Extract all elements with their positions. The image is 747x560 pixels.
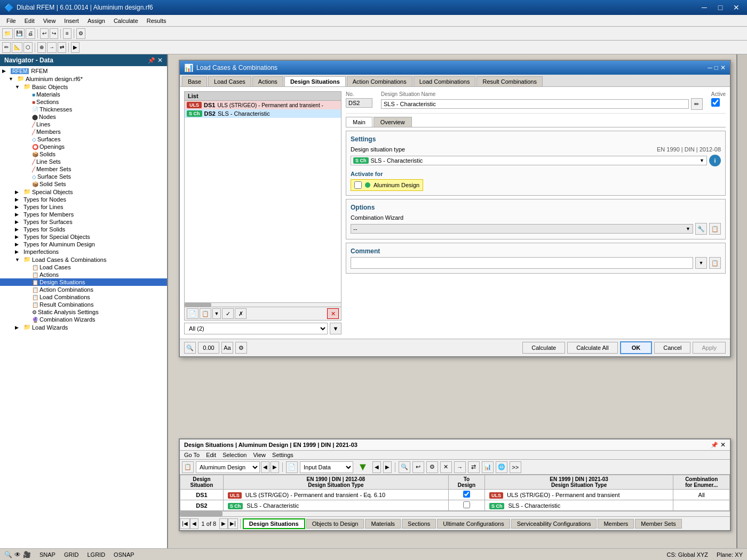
design-dropdown[interactable]: Aluminum Design [196,461,260,473]
menu-selection[interactable]: Selection [222,452,247,458]
nav-thicknesses[interactable]: 📄 Thicknesses [0,106,167,113]
nav-surface-sets[interactable]: ◇ Surface Sets [0,173,167,180]
nav-first[interactable]: |◀ [180,518,190,529]
nav-result-combinations[interactable]: 📋 Result Combinations [0,301,167,308]
data-next[interactable]: ▶ [383,461,392,473]
view-btn9[interactable]: >> [510,461,521,473]
tab-actions[interactable]: Actions [252,76,283,86]
toolbar-btn-2[interactable]: 💾 [14,28,25,39]
toolbar-t2-6[interactable]: ⇄ [58,42,66,53]
tab-members[interactable]: Members [598,519,634,529]
td-ds2-check[interactable] [448,500,484,511]
calculate-btn[interactable]: Calculate [522,342,565,354]
list-add-btn[interactable]: 📄 [187,308,198,319]
nav-nodes[interactable]: ⬤ Nodes [0,113,167,121]
nav-types-special[interactable]: ▶ Types for Special Objects [0,233,167,241]
dialog-minimize[interactable]: ─ [708,64,712,71]
toolbar-t2-1[interactable]: ✏ [2,42,11,53]
activate-checkbox-1[interactable] [354,181,362,189]
input-data-icon[interactable]: 📄 [286,461,298,473]
view-btn6[interactable]: ⇄ [468,461,480,473]
bottom-panel-close[interactable]: ✕ [720,441,726,449]
name-edit-btn[interactable]: ✏ [691,98,703,110]
menu-insert[interactable]: Insert [60,17,83,25]
view-btn2[interactable]: ↩ [412,461,424,473]
nav-pin[interactable]: 📌 [148,57,155,64]
nav-load-combinations[interactable]: 📋 Load Combinations [0,293,167,301]
tab-action-combinations[interactable]: Action Combinations [347,76,412,86]
toolbar-t2-7[interactable]: ▶ [71,42,80,53]
dialog-close[interactable]: ✕ [720,64,726,71]
nav-load-cases[interactable]: 📋 Load Cases [0,263,167,271]
number-btn[interactable]: 0.00 [198,342,219,354]
status-icon2[interactable]: 👁 [14,551,21,558]
menu-results[interactable]: Results [142,17,171,25]
list-row-ds1[interactable]: ULS DS1 ULS (STR/GEO) - Permanent and tr… [185,101,341,109]
type-dropdown[interactable]: S Ch SLS - Characteristic ▼ [351,156,707,165]
bottom-panel-pin[interactable]: 📌 [711,441,718,449]
nav-types-solids[interactable]: ▶ Types for Solids [0,226,167,233]
nav-design-situations[interactable]: 📋 Design Situations [0,278,167,286]
calculate-all-btn[interactable]: Calculate All [567,342,618,354]
view-btn5[interactable]: → [454,461,466,473]
nav-load-wizards[interactable]: ▶ 📁 Load Wizards [0,323,167,331]
list-delete-btn[interactable]: ✕ [327,308,339,319]
ds2-design-checkbox[interactable] [463,501,470,508]
toolbar-btn-4[interactable]: ↩ [40,28,49,39]
bottom-toolbar-icon1[interactable]: 📋 [182,461,194,473]
nav-close[interactable]: ✕ [157,57,163,64]
type-info-btn[interactable]: i [709,155,721,166]
design-next[interactable]: ▶ [271,461,279,473]
ds1-design-checkbox[interactable] [463,491,470,498]
nav-last[interactable]: ▶| [228,518,238,529]
nav-lines[interactable]: ╱ Lines [0,121,167,128]
minimize-btn[interactable]: ─ [698,3,711,12]
toolbar-t2-5[interactable]: → [47,42,57,53]
status-icon3[interactable]: 🎥 [23,551,31,558]
activate-item-1[interactable]: Aluminum Design [351,179,423,191]
active-checkbox[interactable] [711,98,720,107]
name-input[interactable] [381,99,689,109]
nav-prev[interactable]: ◀ [190,518,198,529]
tab-materials[interactable]: Materials [365,519,401,529]
tab-design-situations-bottom[interactable]: Design Situations [243,518,305,529]
toolbar-render[interactable]: ⚙ [76,28,85,39]
nav-types-surfaces[interactable]: ▶ Types for Surfaces [0,218,167,226]
maximize-btn[interactable]: □ [714,3,727,12]
toolbar-t2-4[interactable]: ⊕ [37,42,46,53]
toolbar-btn-1[interactable]: 📁 [2,28,13,39]
tab-member-sets[interactable]: Member Sets [635,519,681,529]
input-data-dropdown[interactable]: Input Data [300,461,353,473]
view-btn7[interactable]: 📊 [482,461,494,473]
nav-member-sets[interactable]: ╱ Member Sets [0,165,167,173]
comment-input[interactable] [351,257,693,269]
status-icon1[interactable]: 🔍 [4,551,12,558]
tab-ultimate-config[interactable]: Ultimate Configurations [437,519,510,529]
nav-types-nodes[interactable]: ▶ Types for Nodes [0,196,167,203]
toolbar-t2-2[interactable]: 📐 [12,42,22,53]
combo-wizard-dropdown[interactable]: -- ▼ [351,224,693,234]
tab-result-combinations[interactable]: Result Combinations [476,76,543,86]
nav-types-aluminum[interactable]: ▶ Types for Aluminum Design [0,241,167,248]
tab-design-situations[interactable]: Design Situations [284,76,346,86]
list-filter-expand[interactable]: ▼ [330,323,341,334]
tab-load-cases[interactable]: Load Cases [208,76,251,86]
menu-settings[interactable]: Settings [272,452,293,458]
menu-assign[interactable]: Assign [83,17,109,25]
nav-project[interactable]: ▼ 📁 Aluminium design.rf6* [0,75,167,83]
tab-serviceability-config[interactable]: Serviceability Configurations [511,519,597,529]
nav-imperfections[interactable]: ▶ Imperfections [0,248,167,255]
list-dropdown-btn[interactable]: ▼ [212,308,221,319]
sub-tab-main[interactable]: Main [346,117,372,127]
nav-materials[interactable]: ■ Materials [0,91,167,98]
toolbar-t2-3[interactable]: ⬡ [23,42,33,53]
menu-view[interactable]: View [39,17,60,25]
nav-sections[interactable]: ■ Sections [0,98,167,106]
combo-wizard-btn2[interactable]: 📋 [709,223,721,235]
nav-members[interactable]: ╱ Members [0,128,167,135]
format-btn[interactable]: Aa [221,342,233,354]
close-btn[interactable]: ✕ [730,3,743,12]
data-prev[interactable]: ◀ [372,461,381,473]
list-uncheck-btn[interactable]: ✗ [235,308,247,319]
comment-extra-btn[interactable]: 📋 [709,257,721,269]
